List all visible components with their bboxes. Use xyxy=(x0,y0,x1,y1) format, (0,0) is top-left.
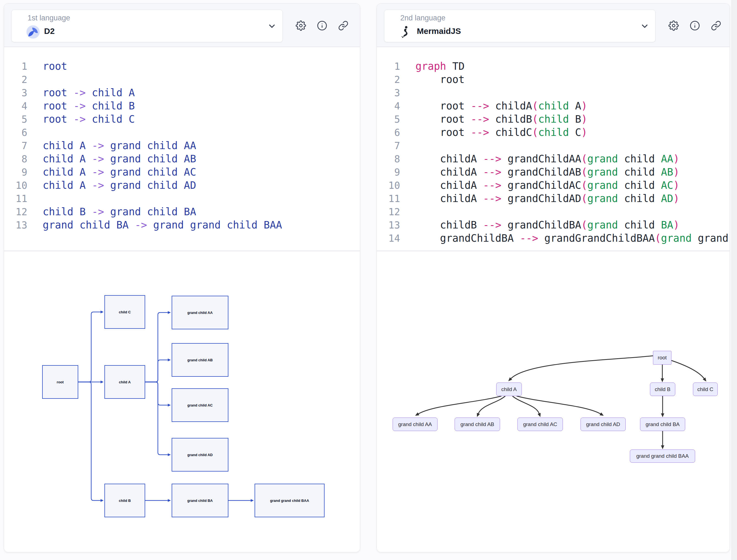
code-line: 3root -> child A xyxy=(4,86,360,99)
code-line: 2 xyxy=(4,73,360,86)
mermaid-diagram-preview: root child A child B child C grand child… xyxy=(377,251,730,552)
line-number: 6 xyxy=(377,126,400,139)
d2-node-grand-child-ab: grand child AB xyxy=(172,343,229,377)
link-icon[interactable] xyxy=(711,20,721,31)
line-number: 13 xyxy=(377,219,400,232)
code-line: 6 xyxy=(4,126,360,139)
d2-node-grand-child-ac: grand child AC xyxy=(172,388,229,422)
code-line: 13 childB --> grandChildBA(grand child B… xyxy=(377,219,730,232)
d2-node-grand-grand-child-baa: grand grand child BAA xyxy=(255,484,325,517)
selector-value: MermaidJS xyxy=(417,26,461,36)
code-line: 12 xyxy=(377,205,730,219)
line-number: 10 xyxy=(377,179,400,192)
line-number: 1 xyxy=(377,60,400,73)
d2-node-child-b: child B xyxy=(104,484,145,517)
mermaid-node-root: root xyxy=(653,351,671,365)
line-number: 11 xyxy=(4,192,27,205)
code-line: 9 childA --> grandChildAB(grand child AB… xyxy=(377,166,730,179)
line-number: 14 xyxy=(377,232,400,245)
code-line: 14 grandChildBA --> grandGrandChildBAA(g… xyxy=(377,232,730,245)
line-number: 5 xyxy=(4,113,27,126)
code-line: 6 root --> childC(child C) xyxy=(377,126,730,139)
mermaid-logo-icon xyxy=(399,25,412,39)
code-line: 7 xyxy=(377,139,730,152)
code-line: 7child A -> grand child AA xyxy=(4,139,360,152)
code-line: 13grand child BA -> grand grand child BA… xyxy=(4,219,360,232)
line-number: 7 xyxy=(377,139,400,152)
info-icon[interactable] xyxy=(690,20,700,31)
code-line: 2 root xyxy=(377,73,730,86)
mermaid-node-grand-child-aa: grand child AA xyxy=(392,418,437,431)
code-line: 5 root --> childB(child B) xyxy=(377,113,730,126)
line-number: 9 xyxy=(4,166,27,179)
settings-icon[interactable] xyxy=(668,20,679,31)
d2-code-editor[interactable]: 1root23root -> child A4root -> child B5r… xyxy=(4,48,360,251)
line-number: 7 xyxy=(4,139,27,152)
code-line: 8 childA --> grandChildAA(grand child AA… xyxy=(377,152,730,166)
line-number: 1 xyxy=(4,60,27,73)
d2-node-grand-child-ad: grand child AD xyxy=(172,438,229,472)
mermaid-node-child-a: child A xyxy=(496,383,522,396)
selector-label: 2nd language xyxy=(400,14,445,22)
panel-actions xyxy=(296,20,349,31)
panel-actions xyxy=(668,20,721,31)
line-number: 6 xyxy=(4,126,27,139)
code-line: 9child A -> grand child AC xyxy=(4,166,360,179)
mermaid-code-editor[interactable]: 1graph TD2 root34 root --> childA(child … xyxy=(377,48,730,251)
mermaid-node-grand-child-ad: grand child AD xyxy=(580,418,626,431)
line-number: 2 xyxy=(4,73,27,86)
code-line: 1graph TD xyxy=(377,60,730,73)
mermaid-node-grand-child-ab: grand child AB xyxy=(454,418,500,431)
mermaid-node-child-c: child C xyxy=(693,383,718,396)
line-number: 3 xyxy=(4,86,27,99)
line-number: 12 xyxy=(4,205,27,219)
code-line: 11 xyxy=(4,192,360,205)
chevron-down-icon xyxy=(640,21,649,31)
code-line: 11 childA --> grandChildAD(grand child A… xyxy=(377,192,730,205)
line-number: 4 xyxy=(4,99,27,113)
code-line: 4root -> child B xyxy=(4,99,360,113)
mermaid-panel: 2nd language MermaidJS 1graph TD xyxy=(376,3,730,552)
code-line: 1root xyxy=(4,60,360,73)
code-line: 10child A -> grand child AD xyxy=(4,179,360,192)
d2-node-grand-child-ba: grand child BA xyxy=(172,484,229,517)
line-number: 8 xyxy=(4,152,27,166)
code-line: 3 xyxy=(377,86,730,99)
line-number: 13 xyxy=(4,219,27,232)
selector-label: 1st language xyxy=(28,14,70,22)
line-number: 12 xyxy=(377,205,400,219)
code-line: 8child A -> grand child AB xyxy=(4,152,360,166)
mermaid-node-grand-child-ba: grand child BA xyxy=(640,418,685,431)
chevron-down-icon xyxy=(267,21,277,31)
d2-node-child-c: child C xyxy=(104,295,145,329)
d2-node-child-a: child A xyxy=(104,365,145,399)
code-line: 12child B -> grand child BA xyxy=(4,205,360,219)
language-selector-mermaid[interactable]: 2nd language MermaidJS xyxy=(384,10,655,42)
line-number: 5 xyxy=(377,113,400,126)
line-number: 9 xyxy=(377,166,400,179)
info-icon[interactable] xyxy=(317,20,327,31)
mermaid-node-child-b: child B xyxy=(650,383,675,396)
mermaid-panel-header: 2nd language MermaidJS xyxy=(377,4,730,47)
selector-value: D2 xyxy=(44,26,55,36)
line-number: 8 xyxy=(377,152,400,166)
settings-icon[interactable] xyxy=(296,20,306,31)
d2-logo-icon xyxy=(26,25,40,39)
mermaid-edges xyxy=(377,251,730,552)
line-number: 11 xyxy=(377,192,400,205)
d2-diagram-preview: root child C child A child B grand child… xyxy=(4,251,360,552)
d2-node-grand-child-aa: grand child AA xyxy=(172,296,229,329)
d2-node-root: root xyxy=(42,365,78,399)
d2-panel: 1st language D2 1root23root -> child A4r… xyxy=(4,3,360,552)
d2-panel-header: 1st language D2 xyxy=(4,4,360,47)
line-number: 2 xyxy=(377,73,400,86)
code-line: 5root -> child C xyxy=(4,113,360,126)
line-number: 4 xyxy=(377,99,400,113)
code-line: 4 root --> childA(child A) xyxy=(377,99,730,113)
code-line: 10 childA --> grandChildAC(grand child A… xyxy=(377,179,730,192)
line-number: 3 xyxy=(377,86,400,99)
link-icon[interactable] xyxy=(338,20,349,31)
page-scrollbar[interactable] xyxy=(731,0,737,560)
mermaid-node-grand-grand-child-baa: grand grand child BAA xyxy=(630,449,695,463)
language-selector-d2[interactable]: 1st language D2 xyxy=(11,10,283,42)
